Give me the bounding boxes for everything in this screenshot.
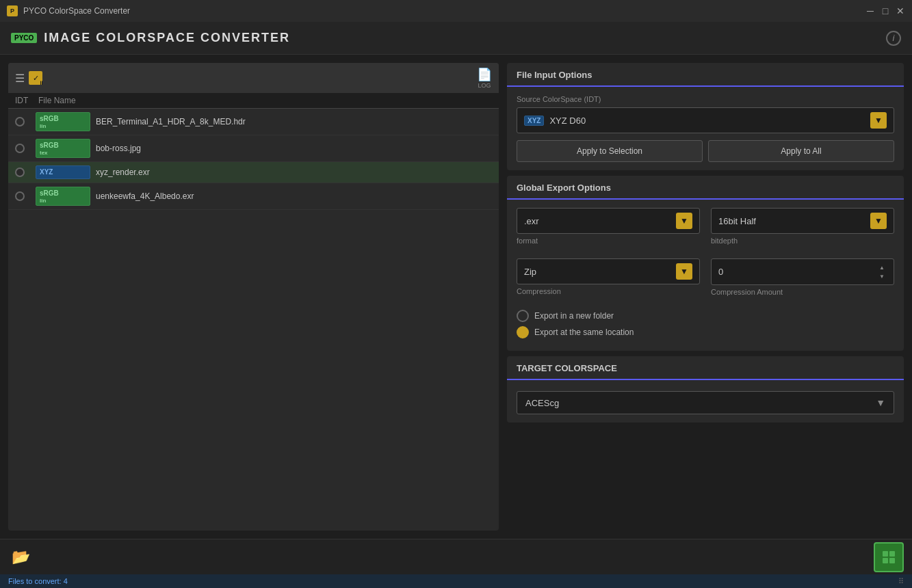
target-colorspace-body: ACEScg ▼ (507, 380, 904, 423)
format-value: .exr (524, 216, 673, 226)
convert-button[interactable] (874, 542, 904, 572)
file-input-title: File Input Options (507, 63, 904, 87)
file-name: bob-ross.jpg (90, 144, 492, 153)
source-colorspace-arrow[interactable]: ▼ (870, 112, 887, 129)
compression-amount-label: Compression Amount (711, 288, 894, 296)
tag-xyz: XYZ (36, 165, 90, 179)
export-new-folder-row: Export in a new folder (517, 310, 894, 322)
compression-label: Compression (517, 287, 700, 295)
status-bar: Files to convert: 4 ⠿ (0, 574, 912, 588)
apply-selection-button[interactable]: Apply to Selection (517, 140, 703, 162)
row-select-radio[interactable] (15, 191, 25, 201)
bitdepth-label: bitdepth (711, 237, 894, 245)
right-panel: File Input Options Source ColorSpace (ID… (507, 63, 904, 531)
compression-value: Zip (524, 267, 673, 277)
spinbox-arrows: ▲ ▼ (877, 263, 887, 280)
main-content: ☰ ✓ 📄 LOG IDT File Name sRGBlin BER_Term… (0, 55, 912, 539)
format-field: .exr ▼ format (517, 208, 700, 249)
file-table-header: IDT File Name (8, 93, 499, 109)
export-same-location-label: Export at the same location (534, 328, 634, 337)
title-bar-title: PYCO ColorSpace Converter (23, 6, 865, 16)
bitdepth-field: 16bit Half ▼ bitdepth (711, 208, 894, 249)
table-row[interactable]: sRGBlin BER_Terminal_A1_HDR_A_8k_MED.hdr (8, 109, 499, 135)
title-bar: P PYCO ColorSpace Converter ─ □ ✕ (0, 0, 912, 22)
header-right: i (886, 31, 901, 46)
table-row[interactable]: sRGBtex bob-ross.jpg (8, 135, 499, 162)
list-view-icon[interactable]: ☰ (15, 72, 25, 85)
status-right: ⠿ (898, 577, 904, 586)
export-compression-grid: Zip ▼ Compression 0 ▲ ▼ C (517, 258, 894, 300)
toolbar-icons: ☰ ✓ (15, 71, 42, 85)
export-options-body: .exr ▼ format 16bit Half ▼ bitdepth (507, 200, 904, 351)
maximize-button[interactable]: □ (881, 6, 890, 16)
export-same-location-checkbox[interactable] (517, 326, 529, 338)
target-colorspace-dropdown[interactable]: ACEScg ▼ (517, 391, 894, 414)
table-row[interactable]: sRGBlin uenkeewfa_4K_Albedo.exr (8, 183, 499, 210)
format-dropdown[interactable]: .exr ▼ (517, 208, 700, 234)
target-colorspace-section: TARGET COLORSPACE ACEScg ▼ (507, 356, 904, 423)
svg-rect-0 (883, 551, 888, 557)
compression-amount-field: 0 ▲ ▼ Compression Amount (711, 258, 894, 300)
file-list-toolbar: ☰ ✓ 📄 LOG (8, 63, 499, 93)
export-new-folder-checkbox[interactable] (517, 310, 529, 322)
convert-icon (881, 550, 896, 565)
spinbox-down-button[interactable]: ▼ (877, 272, 887, 280)
svg-rect-3 (889, 558, 895, 563)
idt-column-header: IDT (15, 96, 36, 105)
table-row[interactable]: XYZ xyz_render.exr (8, 162, 499, 183)
export-same-location-row: Export at the same location (517, 326, 894, 338)
file-rows: sRGBlin BER_Terminal_A1_HDR_A_8k_MED.hdr… (8, 109, 499, 531)
file-list-panel: ☰ ✓ 📄 LOG IDT File Name sRGBlin BER_Term… (8, 63, 499, 531)
xyz-tag: XYZ (524, 116, 544, 126)
open-folder-button[interactable]: 📂 (8, 545, 33, 570)
apply-buttons-group: Apply to Selection Apply to All (517, 140, 894, 162)
apply-all-button[interactable]: Apply to All (708, 140, 894, 162)
compression-amount-spinbox[interactable]: 0 ▲ ▼ (711, 258, 894, 285)
tag-srgb: sRGBlin (36, 187, 90, 206)
log-button[interactable]: 📄 LOG (477, 67, 492, 89)
target-colorspace-value: ACEScg (525, 398, 876, 408)
close-button[interactable]: ✕ (896, 6, 905, 16)
tag-srgb: sRGBtex (36, 139, 90, 158)
minimize-button[interactable]: ─ (865, 6, 875, 16)
info-icon[interactable]: i (886, 31, 901, 46)
bottom-bar: 📂 (0, 539, 912, 574)
status-text: Files to convert: 4 (8, 577, 68, 585)
source-colorspace-label: Source ColorSpace (IDT) (517, 95, 894, 103)
compression-amount-value: 0 (718, 267, 877, 277)
compression-dropdown[interactable]: Zip ▼ (517, 258, 700, 284)
bitdepth-dropdown[interactable]: 16bit Half ▼ (711, 208, 894, 234)
check-all-icon[interactable]: ✓ (29, 71, 42, 85)
tag-srgb: sRGBlin (36, 112, 90, 131)
file-name: BER_Terminal_A1_HDR_A_8k_MED.hdr (90, 117, 492, 126)
svg-rect-1 (889, 551, 895, 557)
export-new-folder-label: Export in a new folder (534, 311, 614, 321)
bitdepth-arrow[interactable]: ▼ (870, 213, 887, 229)
spinbox-up-button[interactable]: ▲ (877, 263, 887, 271)
file-input-body: Source ColorSpace (IDT) XYZ XYZ D60 ▼ Ap… (507, 87, 904, 170)
app-header: PYCO IMAGE COLORSPACE CONVERTER i (0, 22, 912, 55)
target-colorspace-arrow[interactable]: ▼ (876, 397, 885, 408)
row-select-radio[interactable] (15, 168, 25, 177)
window-controls: ─ □ ✕ (865, 6, 905, 16)
format-arrow[interactable]: ▼ (676, 213, 692, 229)
row-select-radio[interactable] (15, 144, 25, 153)
target-colorspace-title: TARGET COLORSPACE (507, 356, 904, 380)
filename-column-header: File Name (36, 96, 90, 105)
svg-rect-2 (883, 558, 888, 563)
file-input-section: File Input Options Source ColorSpace (ID… (507, 63, 904, 170)
export-options-title: Global Export Options (507, 176, 904, 200)
app-icon: P (7, 5, 18, 16)
source-colorspace-dropdown[interactable]: XYZ XYZ D60 ▼ (517, 107, 894, 133)
bitdepth-value: 16bit Half (718, 216, 868, 226)
app-logo: PYCO (11, 33, 37, 43)
file-name: xyz_render.exr (90, 168, 492, 177)
file-name: uenkeewfa_4K_Albedo.exr (90, 191, 492, 201)
compression-arrow[interactable]: ▼ (676, 263, 692, 280)
row-select-radio[interactable] (15, 117, 25, 126)
export-options-section: Global Export Options .exr ▼ format 16bi… (507, 176, 904, 351)
format-label: format (517, 237, 700, 245)
export-format-grid: .exr ▼ format 16bit Half ▼ bitdepth (517, 208, 894, 249)
source-colorspace-value: XYZ D60 (549, 116, 870, 126)
app-title: IMAGE COLORSPACE CONVERTER (44, 31, 290, 45)
